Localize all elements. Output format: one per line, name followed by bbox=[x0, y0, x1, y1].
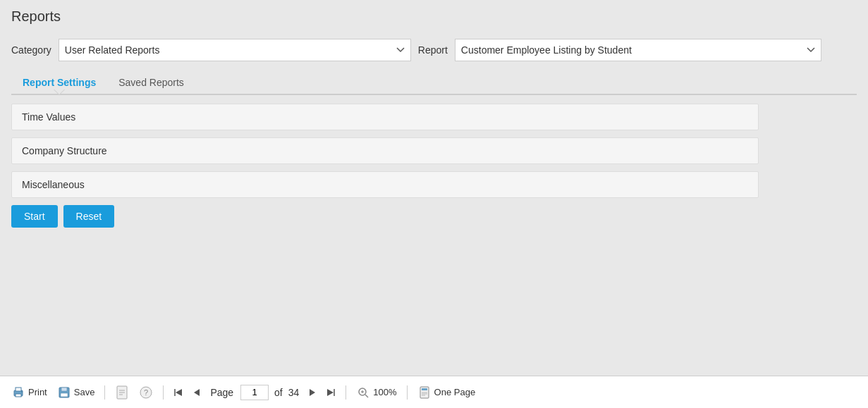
miscellaneous-section: Miscellaneous bbox=[11, 171, 759, 198]
page-label: Page bbox=[210, 387, 233, 398]
svg-rect-24 bbox=[422, 388, 427, 390]
tab-report-settings[interactable]: Report Settings bbox=[11, 73, 107, 94]
page-input[interactable] bbox=[240, 385, 269, 400]
next-page-button[interactable] bbox=[306, 386, 319, 399]
report-label: Report bbox=[418, 44, 448, 56]
action-buttons: Start Reset bbox=[11, 205, 857, 228]
svg-marker-14 bbox=[176, 389, 182, 396]
page-title: Reports bbox=[11, 8, 857, 25]
doc-button[interactable] bbox=[112, 384, 132, 401]
svg-line-20 bbox=[365, 395, 368, 397]
zoom-label: 100% bbox=[373, 387, 396, 397]
panel-content: Time Values Company Structure Miscellane… bbox=[11, 95, 857, 376]
print-button[interactable]: Print bbox=[8, 384, 50, 401]
first-page-button[interactable] bbox=[171, 386, 186, 399]
svg-marker-15 bbox=[194, 389, 200, 396]
one-page-icon bbox=[417, 385, 432, 400]
save-button[interactable]: Save bbox=[54, 384, 98, 401]
main-content: Category User Related Reports Report Cus… bbox=[0, 30, 868, 376]
help-icon: ? bbox=[139, 385, 153, 400]
bottom-toolbar: Print Save ? bbox=[0, 376, 868, 408]
start-button[interactable]: Start bbox=[11, 205, 58, 228]
svg-rect-6 bbox=[61, 393, 68, 397]
divider-1 bbox=[104, 385, 105, 400]
one-page-button[interactable]: One Page bbox=[415, 384, 479, 401]
svg-rect-2 bbox=[16, 394, 21, 397]
company-structure-section: Company Structure bbox=[11, 137, 759, 164]
zoom-button[interactable]: 100% bbox=[353, 384, 399, 401]
category-select[interactable]: User Related Reports bbox=[59, 39, 411, 61]
divider-4 bbox=[407, 385, 408, 400]
print-icon bbox=[11, 385, 25, 400]
zoom-icon bbox=[356, 385, 370, 400]
report-select[interactable]: Customer Employee Listing by Student bbox=[455, 39, 821, 61]
save-icon bbox=[57, 385, 71, 400]
save-label: Save bbox=[74, 387, 95, 397]
page-total: 34 bbox=[288, 387, 300, 398]
reset-button[interactable]: Reset bbox=[63, 205, 115, 228]
svg-rect-1 bbox=[16, 388, 21, 391]
page-title-bar: Reports bbox=[0, 0, 868, 30]
divider-2 bbox=[163, 385, 164, 400]
svg-marker-16 bbox=[310, 389, 315, 396]
svg-point-3 bbox=[21, 391, 23, 392]
one-page-label: One Page bbox=[434, 387, 476, 397]
divider-3 bbox=[346, 385, 346, 400]
filter-row: Category User Related Reports Report Cus… bbox=[11, 39, 857, 61]
tabs-container: Report Settings Saved Reports bbox=[11, 73, 857, 95]
doc-icon bbox=[115, 385, 129, 400]
help-button[interactable]: ? bbox=[136, 384, 156, 401]
time-values-section: Time Values bbox=[11, 104, 759, 130]
page-of-label: of bbox=[274, 387, 283, 398]
print-label: Print bbox=[28, 387, 47, 397]
svg-text:?: ? bbox=[144, 388, 148, 397]
category-label: Category bbox=[11, 44, 51, 56]
svg-rect-5 bbox=[61, 388, 67, 391]
last-page-button[interactable] bbox=[323, 386, 338, 399]
svg-marker-18 bbox=[327, 389, 334, 396]
prev-page-button[interactable] bbox=[190, 386, 203, 399]
tab-saved-reports[interactable]: Saved Reports bbox=[107, 73, 195, 94]
